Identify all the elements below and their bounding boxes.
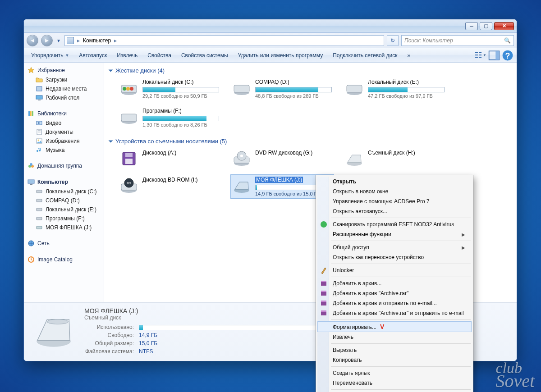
drive-item-c[interactable]: Локальный диск (C:)29,2 ГБ свободно из 5… (118, 77, 221, 101)
watermark: club Sovet (495, 362, 535, 388)
sidebar-item-drive-c[interactable]: Локальный диск (C:) (27, 187, 102, 196)
sidebar-item-drive-j[interactable]: МОЯ ФЛЕШКА (J:) (27, 223, 102, 232)
total-label: Общий размер: (85, 340, 138, 347)
ctx-share[interactable]: Общий доступ▶ (317, 242, 472, 252)
svg-rect-70 (321, 310, 326, 312)
svg-rect-69 (321, 311, 326, 315)
ctx-acdsee[interactable]: Управление с помощью ACDSee Pro 7 (317, 196, 472, 206)
svg-point-38 (123, 87, 126, 91)
drive-item-i[interactable]: BD Дисковод BD-ROM (I:) (118, 174, 221, 199)
used-label: Использовано: (85, 324, 138, 331)
svg-text:BD: BD (127, 182, 131, 185)
ctx-rar-email[interactable]: Добавить в архив и отправить по e-mail..… (317, 298, 472, 308)
removable-section-header[interactable]: Устройства со съемными носителями (5) (110, 136, 511, 147)
ctx-rar-add-archive[interactable]: Добавить в архив "Archive.rar" (317, 288, 472, 298)
svg-rect-5 (479, 57, 481, 58)
search-input[interactable]: Поиск: Компьютер 🔍 (401, 35, 514, 46)
drive-item-a[interactable]: Дисковод (A:) (118, 147, 221, 170)
preview-pane-button[interactable] (488, 50, 500, 60)
drive-item-d[interactable]: COMPAQ (D:)48,8 ГБ свободно из 289 ГБ (230, 77, 334, 101)
sidebar-item-downloads[interactable]: Загрузки (27, 75, 102, 84)
ctx-copy[interactable]: Копировать (317, 355, 472, 365)
breadcrumb-location: Компьютер (83, 37, 111, 44)
ctx-autoplay[interactable]: Открыть автозапуск... (317, 206, 472, 216)
svg-rect-63 (321, 282, 326, 286)
ctx-rar-add[interactable]: Добавить в архив... (317, 278, 472, 288)
organize-menu[interactable]: Упорядочить▼ (27, 50, 73, 61)
hard-drives-section-header[interactable]: Жесткие диски (4) (110, 65, 511, 77)
ctx-advanced[interactable]: Расширенные функции▶ (317, 229, 472, 239)
computer-header[interactable]: Компьютер (27, 177, 102, 187)
sidebar-item-drive-d[interactable]: COMPAQ (D:) (27, 196, 102, 205)
bdrom-drive-icon: BD (120, 177, 138, 195)
desktop-icon (36, 94, 43, 101)
maximize-button[interactable]: ▢ (480, 22, 492, 30)
svg-rect-33 (37, 226, 42, 229)
map-network-drive-button[interactable]: Подключить сетевой диск (328, 50, 402, 61)
ctx-format[interactable]: Форматировать...V (317, 321, 472, 332)
libraries-icon (28, 110, 35, 117)
sidebar-item-recent[interactable]: Недавние места (27, 84, 102, 93)
sidebar-item-drive-e[interactable]: Локальный диск (E:) (27, 205, 102, 214)
refresh-button[interactable]: ↻ (387, 35, 399, 46)
usage-bar (139, 325, 328, 330)
homegroup-header[interactable]: Домашняя группа (27, 161, 102, 171)
eject-button[interactable]: Извлечь (112, 50, 142, 61)
sidebar-item-music[interactable]: Музыка (27, 146, 102, 155)
sidebar-item-desktop[interactable]: Рабочий стол (27, 93, 102, 102)
nav-forward-button[interactable]: ► (41, 35, 53, 46)
network-header[interactable]: Сеть (27, 238, 102, 248)
ctx-open-new-window[interactable]: Открыть в новом окне (317, 187, 472, 196)
view-mode-button[interactable]: ▼ (474, 50, 487, 60)
svg-rect-15 (30, 111, 32, 116)
svg-rect-16 (32, 111, 33, 116)
sidebar-item-pictures[interactable]: Изображения (27, 137, 102, 146)
sidebar-item-documents[interactable]: Документы (27, 128, 102, 137)
drive-icon (36, 215, 43, 222)
minimize-button[interactable]: ─ (465, 22, 478, 30)
libraries-header[interactable]: Библиотеки (27, 109, 102, 119)
sidebar-item-drive-f[interactable]: Программы (F:) (27, 214, 102, 223)
drive-item-f[interactable]: Программы (F:)1,30 ГБ свободно из 8,26 Г… (118, 105, 221, 130)
svg-text:?: ? (505, 51, 510, 60)
ctx-cut[interactable]: Вырезать (317, 345, 472, 355)
svg-rect-7 (495, 51, 499, 60)
picture-icon (36, 137, 43, 145)
ctx-create-shortcut[interactable]: Создать ярлык (317, 368, 472, 378)
image-catalog-header[interactable]: Image Catalog (27, 255, 102, 264)
close-button[interactable]: ✕ (494, 22, 514, 30)
nav-history-dropdown[interactable]: ▾ (55, 35, 62, 46)
system-properties-button[interactable]: Свойства системы (177, 50, 233, 61)
ctx-open[interactable]: Открыть (317, 177, 472, 187)
drive-item-g[interactable]: DVD RW дисковод (G:) (230, 147, 334, 170)
drive-item-e[interactable]: Локальный диск (E:)47,2 ГБ свободно из 9… (343, 77, 447, 101)
nav-back-button[interactable]: ◄ (27, 35, 38, 46)
ctx-nod32-scan[interactable]: Сканировать программой ESET NOD32 Antivi… (317, 219, 472, 229)
breadcrumb[interactable]: ▸ Компьютер ▸ (64, 35, 384, 46)
ctx-unlocker[interactable]: Unlocker (317, 265, 472, 275)
address-bar: ◄ ► ▾ ▸ Компьютер ▸ ↻ Поиск: Компьютер 🔍 (24, 33, 517, 48)
ctx-portable-device[interactable]: Открыть как переносное устройство (317, 252, 472, 262)
usb-drive-icon (36, 224, 43, 231)
properties-button[interactable]: Свойства (143, 50, 176, 61)
ctx-rename[interactable]: Переименовать (317, 378, 472, 388)
dvd-drive-icon (233, 150, 251, 168)
svg-rect-42 (234, 85, 249, 92)
favorites-header[interactable]: Избранное (27, 65, 102, 75)
svg-rect-46 (121, 114, 137, 121)
svg-point-40 (130, 87, 133, 91)
ctx-eject[interactable]: Извлечь (317, 332, 472, 342)
drive-item-h[interactable]: Съемный диск (H:) (343, 147, 447, 170)
svg-rect-67 (321, 301, 326, 305)
search-placeholder: Поиск: Компьютер (404, 37, 453, 44)
autoplay-button[interactable]: Автозапуск (74, 50, 111, 61)
uninstall-program-button[interactable]: Удалить или изменить программу (234, 50, 328, 61)
svg-rect-49 (125, 159, 133, 164)
help-button[interactable]: ? (501, 50, 514, 60)
drive-icon (36, 197, 43, 204)
svg-point-39 (126, 87, 130, 91)
sidebar-item-videos[interactable]: Видео (27, 119, 102, 128)
ctx-rar-archive-email[interactable]: Добавить в архив "Archive.rar" и отправи… (317, 308, 472, 318)
chevron-right-icon: ▸ (76, 37, 81, 44)
toolbar-overflow[interactable]: » (403, 50, 415, 61)
